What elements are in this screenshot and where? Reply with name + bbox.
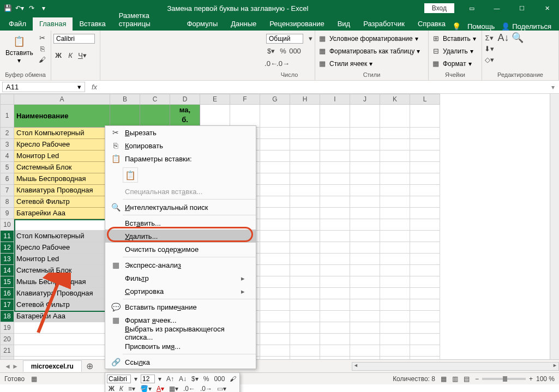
comma-icon[interactable]: 000: [290, 46, 300, 56]
sort-filter-icon[interactable]: A↓: [498, 33, 508, 43]
formula-expand-icon[interactable]: ▾: [547, 83, 559, 91]
tab-data[interactable]: Данные: [224, 17, 263, 31]
add-sheet-button[interactable]: ⊕: [82, 361, 98, 371]
increase-decimal-icon[interactable]: .0←: [266, 59, 276, 69]
vertical-scrollbar[interactable]: [550, 94, 559, 359]
font-name-input[interactable]: [53, 34, 95, 44]
paste-option-icon[interactable]: 📋: [123, 167, 138, 183]
cells-insert-button[interactable]: ⊞Вставить▾: [431, 33, 476, 44]
mini-format-painter-icon[interactable]: 🖌: [228, 375, 238, 383]
mini-italic-button[interactable]: К: [118, 384, 125, 392]
minimize-button[interactable]: —: [485, 1, 509, 16]
ctx-define-name[interactable]: Присвоить имя...: [105, 340, 256, 353]
ctx-filter[interactable]: Фильтр▸: [105, 272, 256, 285]
cell-styles-button[interactable]: ▦Стили ячеек▾: [317, 58, 372, 69]
tab-developer[interactable]: Разработчик: [357, 17, 411, 31]
conditional-format-button[interactable]: ▦Условное форматирование▾: [317, 33, 418, 44]
group-clipboard: 📋 Вставить▾ ✂ ⎘ 🖌 Буфер обмена: [0, 31, 51, 80]
fill-icon[interactable]: ⬇▾: [484, 44, 494, 53]
paste-button[interactable]: 📋 Вставить▾: [2, 33, 37, 65]
mini-align-icon[interactable]: ≡▾: [127, 384, 137, 392]
mini-fill-color-icon[interactable]: 🪣▾: [139, 384, 153, 392]
sheet-tab[interactable]: microexcel.ru: [23, 360, 82, 372]
italic-button[interactable]: К: [65, 51, 75, 61]
clear-icon[interactable]: ◇▾: [484, 55, 494, 64]
undo-icon[interactable]: ↶▾: [15, 4, 24, 13]
tab-file[interactable]: Файл: [2, 17, 33, 31]
currency-icon[interactable]: $▾: [266, 46, 276, 56]
context-menu: ✂Вырезать ⎘Копировать 📋Параметры вставки…: [105, 125, 256, 369]
copy-icon[interactable]: ⎘: [38, 44, 47, 53]
cells-format-button[interactable]: ▦Формат▾: [431, 58, 472, 69]
close-button[interactable]: ✕: [535, 1, 559, 16]
sheet-nav-prev-icon[interactable]: ◄: [4, 363, 11, 370]
mini-font-name[interactable]: [107, 375, 131, 383]
qat-dropdown-icon[interactable]: ▾: [39, 4, 48, 13]
mini-decimal-inc-icon[interactable]: .0→: [199, 384, 214, 392]
ctx-dropdown-list[interactable]: Выбрать из раскрывающегося списка...: [105, 327, 256, 340]
decrease-decimal-icon[interactable]: .0→: [278, 59, 288, 69]
ctx-smart-lookup[interactable]: 🔍Интеллектуальный поиск: [105, 201, 256, 214]
number-format-select[interactable]: [266, 34, 303, 44]
cut-icon[interactable]: ✂: [38, 33, 47, 43]
sheet-nav-next-icon[interactable]: ►: [12, 363, 19, 370]
format-as-table-button[interactable]: ▦Форматировать как таблицу▾: [317, 45, 420, 57]
redo-icon[interactable]: ↷: [27, 4, 36, 13]
maximize-button[interactable]: ☐: [510, 1, 534, 16]
mini-font-size[interactable]: [141, 375, 155, 383]
name-box[interactable]: A11▾: [2, 82, 85, 92]
ctx-copy[interactable]: ⎘Копировать: [105, 139, 256, 152]
mini-decimal-dec-icon[interactable]: .0←: [182, 384, 197, 392]
macro-record-icon[interactable]: ▦: [31, 375, 37, 383]
ribbon-display-icon[interactable]: ▭: [460, 1, 484, 16]
mini-font-color-icon[interactable]: A▾: [155, 384, 166, 392]
share-button[interactable]: 👤 Поделиться: [501, 22, 551, 31]
cells-delete-button[interactable]: ⊟Удалить▾: [431, 45, 473, 57]
autosum-icon[interactable]: Σ▾: [484, 33, 494, 43]
ctx-clear[interactable]: Очистить содержимое: [105, 243, 256, 256]
view-pagebreak-icon[interactable]: ▤: [464, 375, 470, 383]
signin-button[interactable]: Вход: [424, 3, 454, 13]
view-layout-icon[interactable]: ▥: [452, 375, 458, 383]
zoom-in-button[interactable]: +: [529, 375, 533, 383]
mini-border-icon[interactable]: ▦▾: [167, 384, 180, 392]
tab-help[interactable]: Справка: [411, 17, 452, 31]
tell-me-icon[interactable]: 💡: [452, 22, 461, 31]
mini-merge-icon[interactable]: ▭▾: [215, 384, 228, 392]
mini-currency-icon[interactable]: $▾: [190, 375, 200, 383]
mini-percent-icon[interactable]: %: [202, 375, 211, 383]
fx-icon[interactable]: fx: [87, 83, 101, 91]
mini-bold-button[interactable]: Ж: [107, 384, 116, 392]
ctx-delete[interactable]: Удалить...: [105, 230, 256, 243]
percent-icon[interactable]: %: [278, 46, 288, 56]
decrease-font-icon[interactable]: A↓: [177, 375, 188, 383]
status-count: Количество: 8: [393, 375, 435, 383]
horizontal-scrollbar[interactable]: [352, 362, 559, 371]
underline-button[interactable]: Ч▾: [77, 51, 87, 61]
zoom-slider[interactable]: [482, 378, 526, 380]
tab-review[interactable]: Рецензирование: [263, 17, 330, 31]
group-cells: ⊞Вставить▾ ⊟Удалить▾ ▦Формат▾ Ячейки: [429, 31, 482, 80]
ctx-cut[interactable]: ✂Вырезать: [105, 126, 256, 139]
ctx-comment[interactable]: 💬Вставить примечание: [105, 300, 256, 313]
tab-insert[interactable]: Вставка: [73, 17, 112, 31]
ctx-sort[interactable]: Сортировка▸: [105, 285, 256, 298]
help-link[interactable]: Помощь: [467, 22, 495, 31]
bold-button[interactable]: Ж: [53, 51, 63, 61]
annotation-arrow: [33, 273, 71, 338]
tab-view[interactable]: Вид: [331, 17, 357, 31]
tab-home[interactable]: Главная: [33, 17, 73, 31]
ctx-quick-analysis[interactable]: ▦Экспресс-анализ: [105, 258, 256, 272]
view-normal-icon[interactable]: ▦: [441, 375, 447, 383]
increase-font-icon[interactable]: A↑: [165, 375, 176, 383]
format-painter-icon[interactable]: 🖌: [38, 55, 47, 64]
ctx-insert[interactable]: Вставить...: [105, 216, 256, 230]
save-icon[interactable]: 💾: [3, 4, 12, 13]
tab-formulas[interactable]: Формулы: [181, 17, 225, 31]
find-icon[interactable]: 🔍: [513, 33, 522, 43]
zoom-out-button[interactable]: −: [475, 375, 479, 383]
mini-comma-icon[interactable]: 000: [212, 375, 226, 383]
ctx-link[interactable]: 🔗Ссылка: [105, 355, 256, 369]
tab-layout[interactable]: Разметка страницы: [112, 9, 181, 31]
grid[interactable]: ABCDEFGHIJKL1Наименованиема,б.2Стол Комп…: [0, 94, 559, 359]
